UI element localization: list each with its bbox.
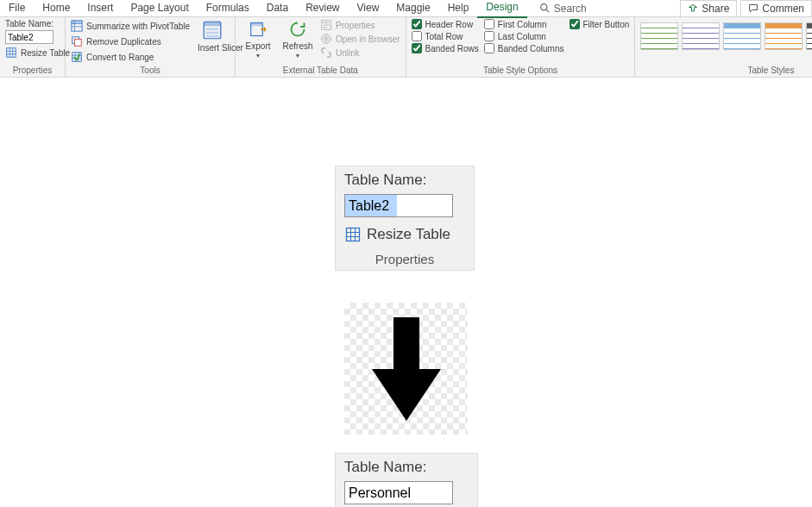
summarize-pivot-label: Summarize with PivotTable bbox=[86, 22, 190, 31]
svg-point-0 bbox=[540, 4, 546, 10]
chevron-down-icon: ▾ bbox=[256, 53, 260, 60]
group-label-tablestyles: Table Styles bbox=[640, 66, 812, 77]
svg-rect-11 bbox=[206, 32, 219, 34]
demo-panel-after: Table Name: Resize Table Properties bbox=[335, 453, 478, 507]
opt-banded-cols[interactable]: Banded Columns bbox=[484, 43, 564, 53]
tab-maggie[interactable]: Maggie bbox=[387, 0, 438, 17]
convert-icon bbox=[71, 51, 83, 63]
search-icon bbox=[539, 3, 551, 14]
tab-review[interactable]: Review bbox=[297, 0, 348, 17]
remove-duplicates-label: Remove Duplicates bbox=[86, 37, 161, 47]
tab-design[interactable]: Design bbox=[477, 0, 526, 18]
open-browser-button: Open in Browser bbox=[320, 33, 400, 45]
resize-table-label: Resize Table bbox=[21, 48, 70, 58]
checkbox-banded-rows[interactable] bbox=[412, 43, 422, 53]
share-button[interactable]: Share bbox=[680, 0, 737, 17]
search-label: Search bbox=[554, 3, 587, 15]
tab-insert[interactable]: Insert bbox=[79, 0, 122, 17]
export-button[interactable]: Export ▾ bbox=[241, 19, 275, 60]
tab-data[interactable]: Data bbox=[258, 0, 297, 17]
chevron-down-icon: ▾ bbox=[296, 53, 299, 60]
resize-table-button[interactable]: Resize Table bbox=[5, 46, 70, 59]
style-gallery: ▴▾▾ bbox=[640, 19, 812, 50]
tab-pagelayout[interactable]: Page Layout bbox=[122, 0, 197, 17]
open-browser-label: Open in Browser bbox=[336, 34, 400, 44]
arrow-down-graphic bbox=[344, 303, 468, 435]
style-thumb-1[interactable] bbox=[640, 22, 678, 50]
insert-slicer-button[interactable]: Insert Slicer bbox=[195, 19, 230, 53]
convert-range-label: Convert to Range bbox=[86, 53, 154, 62]
opt-filter[interactable]: Filter Button bbox=[570, 19, 630, 29]
checkbox-first[interactable] bbox=[484, 19, 494, 29]
summarize-pivot-button[interactable]: Summarize with PivotTable bbox=[71, 19, 190, 33]
browser-icon bbox=[320, 33, 332, 45]
style-thumb-5[interactable] bbox=[806, 22, 812, 50]
ext-properties-label: Properties bbox=[336, 21, 375, 30]
export-label: Export bbox=[246, 41, 271, 51]
tab-home[interactable]: Home bbox=[34, 0, 79, 17]
properties-icon bbox=[320, 19, 332, 31]
svg-rect-4 bbox=[72, 21, 82, 24]
comments-label: Commen bbox=[762, 3, 804, 15]
demo-resize-label-1: Resize Table bbox=[367, 226, 450, 243]
group-properties: Table Name: Resize Table Properties bbox=[0, 17, 66, 77]
refresh-label: Refresh bbox=[283, 41, 313, 51]
demo-panel-before: Table Name: Resize Table Properties bbox=[335, 166, 475, 271]
checkbox-banded-cols[interactable] bbox=[484, 43, 494, 53]
style-thumb-3[interactable] bbox=[723, 22, 761, 50]
checkbox-total[interactable] bbox=[412, 31, 422, 41]
demo-group-1: Properties bbox=[344, 252, 465, 266]
demo-label-1: Table Name: bbox=[344, 172, 465, 189]
group-label-tools: Tools bbox=[71, 66, 230, 77]
group-label-external: External Table Data bbox=[241, 66, 400, 77]
svg-rect-10 bbox=[206, 28, 219, 30]
search-box[interactable]: Search bbox=[527, 3, 587, 15]
svg-line-1 bbox=[546, 9, 549, 12]
table-name-label: Table Name: bbox=[5, 19, 70, 28]
checkbox-header[interactable] bbox=[412, 19, 422, 29]
tab-file[interactable]: File bbox=[0, 0, 34, 17]
table-name-input[interactable] bbox=[5, 30, 54, 44]
unlink-icon bbox=[320, 47, 332, 59]
svg-rect-14 bbox=[251, 23, 263, 27]
group-tools: Summarize with PivotTable Remove Duplica… bbox=[66, 17, 236, 77]
refresh-button[interactable]: Refresh ▾ bbox=[280, 19, 315, 60]
group-label-properties: Properties bbox=[5, 66, 60, 77]
group-label-styleoptions: Table Style Options bbox=[412, 66, 630, 77]
group-table-styles: ▴▾▾ Table Styles bbox=[635, 17, 812, 77]
demo-input-before[interactable] bbox=[344, 194, 453, 217]
demo-resize-1[interactable]: Resize Table bbox=[344, 226, 465, 243]
remove-duplicates-button[interactable]: Remove Duplicates bbox=[71, 34, 190, 48]
opt-banded-rows[interactable]: Banded Rows bbox=[412, 43, 479, 53]
resize-icon bbox=[5, 47, 17, 59]
svg-rect-9 bbox=[204, 22, 221, 26]
tab-view[interactable]: View bbox=[349, 0, 388, 17]
ribbon-tabs: File Home Insert Page Layout Formulas Da… bbox=[0, 0, 812, 17]
export-icon bbox=[248, 19, 268, 40]
resize-icon bbox=[344, 226, 362, 243]
tab-help[interactable]: Help bbox=[439, 0, 478, 17]
svg-rect-12 bbox=[206, 35, 219, 37]
svg-rect-17 bbox=[347, 228, 360, 241]
insert-slicer-label: Insert Slicer bbox=[198, 43, 227, 53]
opt-last-col[interactable]: Last Column bbox=[484, 31, 564, 41]
style-thumb-4[interactable] bbox=[765, 22, 803, 50]
comments-button[interactable]: Commen bbox=[740, 0, 812, 17]
unlink-button: Unlink bbox=[320, 47, 400, 59]
convert-range-button[interactable]: Convert to Range bbox=[71, 50, 190, 64]
tab-formulas[interactable]: Formulas bbox=[198, 0, 258, 17]
pivot-icon bbox=[71, 20, 83, 32]
duplicates-icon bbox=[71, 35, 83, 47]
opt-first-col[interactable]: First Column bbox=[484, 19, 564, 29]
style-thumb-2[interactable] bbox=[682, 22, 720, 50]
slicer-icon bbox=[201, 19, 223, 41]
checkbox-last[interactable] bbox=[484, 31, 494, 41]
opt-total-row[interactable]: Total Row bbox=[412, 31, 479, 41]
share-label: Share bbox=[702, 3, 729, 15]
demo-input-after[interactable] bbox=[344, 481, 453, 504]
comment-icon bbox=[748, 3, 758, 14]
svg-rect-2 bbox=[7, 48, 16, 58]
opt-header-row[interactable]: Header Row bbox=[412, 19, 479, 29]
refresh-icon bbox=[287, 19, 308, 40]
checkbox-filter[interactable] bbox=[570, 19, 580, 29]
